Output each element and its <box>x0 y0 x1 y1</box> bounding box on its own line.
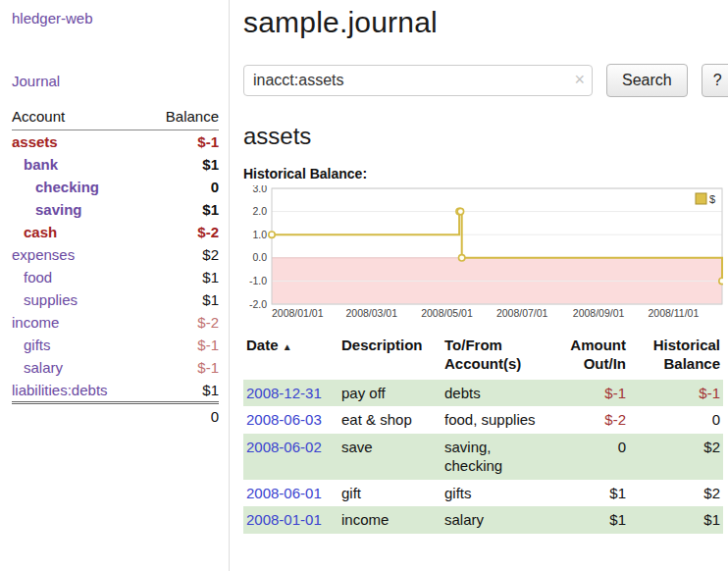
account-balance: $1 <box>145 153 219 176</box>
search-box: × <box>243 65 593 96</box>
transaction-date-link[interactable]: 2008-06-02 <box>246 439 322 455</box>
account-balance: $-2 <box>145 221 219 243</box>
register-header-balance: Historical Balance <box>629 335 723 380</box>
svg-text:2008/05/01: 2008/05/01 <box>421 307 473 319</box>
account-row: food$1 <box>12 266 219 288</box>
table-row: 2008-06-02savesaving, checking0$2 <box>243 434 723 480</box>
account-balance: $1 <box>145 379 219 403</box>
transaction-description: eat & shop <box>338 406 442 434</box>
transaction-description: save <box>338 434 442 480</box>
transaction-amount: $-2 <box>554 406 629 434</box>
account-balance: $-1 <box>145 356 219 379</box>
account-row: bank$1 <box>12 153 219 176</box>
account-link-cash[interactable]: cash <box>12 224 57 240</box>
transaction-accounts: food, supplies <box>442 406 554 434</box>
data-point-marker <box>457 208 463 214</box>
transaction-description: income <box>338 506 442 534</box>
svg-text:-1.0: -1.0 <box>249 275 267 286</box>
page: hledger-web Journal Account Balance asse… <box>0 0 728 571</box>
legend-label: $ <box>709 193 715 205</box>
data-point-marker <box>459 255 465 261</box>
account-row: gifts$-1 <box>12 334 219 356</box>
transaction-amount: $1 <box>554 480 629 507</box>
main-content: sample.journal × Search ? assets Histori… <box>230 0 728 571</box>
accounts-table: Account Balance assets$-1bank$1checking0… <box>12 105 219 428</box>
sidebar: hledger-web Journal Account Balance asse… <box>0 0 230 571</box>
accounts-header-balance: Balance <box>145 105 219 130</box>
account-link-expenses[interactable]: expenses <box>12 246 75 263</box>
register-header-date[interactable]: Date ▲ <box>243 335 338 380</box>
register-header-amount: Amount Out/In <box>554 335 629 380</box>
accounts-header-row: Account Balance <box>12 105 219 130</box>
account-link-checking[interactable]: checking <box>12 179 99 195</box>
transaction-amount: $1 <box>554 506 629 534</box>
register-header-description: Description <box>338 335 442 380</box>
svg-text:2008/01/01: 2008/01/01 <box>272 307 324 319</box>
register-header-accounts: To/From Account(s) <box>442 335 554 380</box>
journal-link[interactable]: Journal <box>12 73 219 89</box>
account-row: supplies$1 <box>12 288 219 311</box>
account-balance: $1 <box>145 198 219 221</box>
accounts-total-row: 0 <box>12 403 219 429</box>
transaction-accounts: gifts <box>442 480 554 507</box>
transaction-accounts: saving, checking <box>442 434 554 480</box>
page-title: sample.journal <box>243 6 728 39</box>
search-input[interactable] <box>243 65 593 96</box>
table-row: 2008-06-03eat & shopfood, supplies$-20 <box>243 406 723 434</box>
transaction-date-link[interactable]: 2008-12-31 <box>246 385 322 401</box>
account-row: checking0 <box>12 176 219 198</box>
svg-text:1.0: 1.0 <box>252 229 267 240</box>
svg-text:2008/07/01: 2008/07/01 <box>496 307 548 319</box>
transaction-date-link[interactable]: 2008-01-01 <box>246 511 322 528</box>
account-link-assets[interactable]: assets <box>12 133 58 150</box>
account-balance: $1 <box>145 266 219 288</box>
date-header-label: Date <box>246 337 279 353</box>
chart-title: Historical Balance: <box>243 166 728 182</box>
account-row: expenses$2 <box>12 243 219 266</box>
search-bar: × Search ? <box>243 64 728 97</box>
transaction-balance: $2 <box>629 480 723 507</box>
transaction-accounts: salary <box>442 506 554 534</box>
transaction-accounts: debts <box>442 380 554 407</box>
clear-search-icon[interactable]: × <box>574 70 585 89</box>
svg-text:2008/11/01: 2008/11/01 <box>649 307 700 319</box>
sort-asc-icon: ▲ <box>283 341 292 352</box>
accounts-total-spacer <box>12 403 145 429</box>
account-heading: assets <box>243 123 728 150</box>
svg-text:2008/09/01: 2008/09/01 <box>573 307 625 319</box>
account-link-bank[interactable]: bank <box>12 156 58 173</box>
table-row: 2008-01-01incomesalary$1$1 <box>243 506 723 534</box>
account-link-food[interactable]: food <box>12 269 52 286</box>
register-table: Date ▲ Description To/From Account(s) Am… <box>243 335 723 534</box>
table-row: 2008-06-01giftgifts$1$2 <box>243 480 723 507</box>
transaction-date-link[interactable]: 2008-06-03 <box>246 411 322 428</box>
svg-text:3.0: 3.0 <box>252 185 267 194</box>
account-row: assets$-1 <box>12 130 219 154</box>
transaction-amount: $-1 <box>554 380 629 407</box>
transaction-date-link[interactable]: 2008-06-01 <box>246 485 322 501</box>
svg-text:-2.0: -2.0 <box>249 298 267 310</box>
account-balance: $1 <box>145 288 219 311</box>
account-link-saving[interactable]: saving <box>12 201 82 218</box>
account-link-supplies[interactable]: supplies <box>12 291 78 308</box>
account-link-gifts[interactable]: gifts <box>12 337 51 353</box>
account-link-income[interactable]: income <box>12 314 59 331</box>
search-button[interactable]: Search <box>606 64 688 97</box>
register-header-row: Date ▲ Description To/From Account(s) Am… <box>243 335 723 380</box>
app-title-link[interactable]: hledger-web <box>12 10 219 26</box>
account-link-liabilities-debts[interactable]: liabilities:debts <box>12 382 108 398</box>
transaction-balance: $2 <box>629 434 723 480</box>
account-balance: 0 <box>145 176 219 198</box>
help-button[interactable]: ? <box>702 64 728 97</box>
account-balance: $-1 <box>145 334 219 356</box>
svg-text:0.0: 0.0 <box>252 251 267 263</box>
account-row: income$-2 <box>12 311 219 334</box>
transaction-description: gift <box>338 480 442 507</box>
data-point-marker <box>269 232 275 237</box>
svg-text:2.0: 2.0 <box>252 205 267 217</box>
account-row: salary$-1 <box>12 356 219 379</box>
accounts-total-value: 0 <box>145 403 219 429</box>
data-point-marker <box>719 278 723 284</box>
account-link-salary[interactable]: salary <box>12 359 63 376</box>
account-row: saving$1 <box>12 198 219 221</box>
